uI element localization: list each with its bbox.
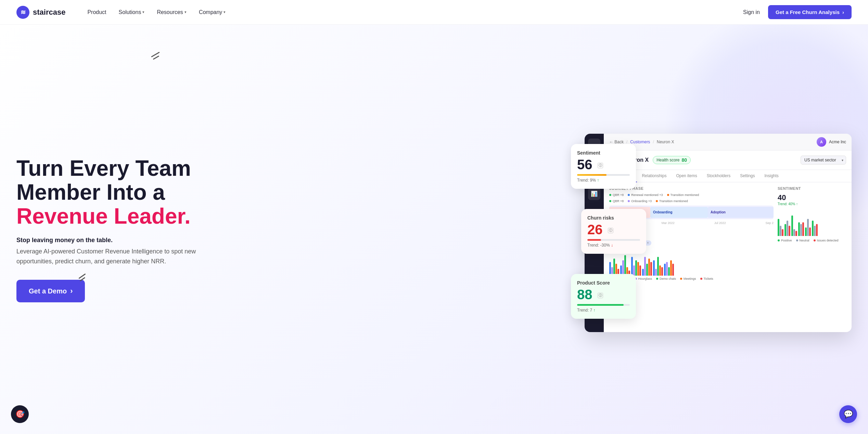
sentiment-section-value: 40 [778,193,846,202]
product-progress [577,304,630,306]
deco-lines-left [78,274,86,282]
info-icon: ⓘ [598,163,603,168]
legend-meetings: Meetings [680,277,696,280]
chart-group-1 [609,259,619,276]
hero-title: Turn Every Team Member Into a Revenue Le… [16,156,211,228]
chat-widget[interactable]: 💬 [839,405,857,423]
chevron-down-icon: ▾ [224,10,226,14]
chart-group-4 [642,257,652,276]
sentiment-section-trend: Trend: 40% ↑ [778,202,846,206]
legend-renewal: Renewal mentioned +3 [628,193,663,197]
sent-group-6 [812,221,818,236]
card-product: Product Score 88 ⓘ Trend: 7 ↑ [571,274,636,319]
sent-group-4 [798,222,804,236]
topbar-right: A Acme Inc [817,137,846,147]
nav-item-resources[interactable]: Resources ▾ [151,6,192,18]
hero-left: Turn Every Team Member Into a Revenue Le… [16,156,222,303]
hero-right: Sentiment 56 ⓘ Trend: 9% ↑ Churn risks 2… [222,127,852,332]
tab-open-items[interactable]: Open items [671,170,702,182]
tab-stockholders[interactable]: Stockholders [702,170,735,182]
legend-tickets: Tickets [700,277,713,280]
churn-value: 26 ⓘ [587,222,640,237]
chat-icon: 💬 [844,410,853,419]
demo-button[interactable]: Get a Demo › [16,280,85,302]
phase-onboarding: Onboarding [650,207,708,218]
chevron-down-icon: ▾ [184,10,187,14]
hero-body: Leverage AI-powered Customer Revenue Int… [16,247,211,266]
hero-section: Turn Every Team Member Into a Revenue Le… [0,25,868,434]
legend-positive: Positive [778,239,792,242]
nav-item-company[interactable]: Company ▾ [193,6,231,18]
legend-issues: Issues detected [814,239,839,242]
sidebar-icon-chart[interactable]: 📊 [588,188,600,200]
legend-transition2: Transition mentioned [656,199,688,203]
legend-qbr: QBR +8 [609,193,624,197]
nav-right: Sign in Get a Free Churn Analysis › [743,5,852,19]
legend-neutral: Neutral [796,239,809,242]
info-icon: ⓘ [598,293,603,298]
user-name: Acme Inc [829,140,846,144]
sent-group-5 [805,219,811,236]
legend-onboarding: Onboarding +3 [628,199,652,203]
product-trend: Trend: 7 ↑ [577,308,630,313]
logo-link[interactable]: ≋ staircase [16,6,65,19]
tab-insights[interactable]: Insights [760,170,783,182]
tab-settings[interactable]: Settings [735,170,760,182]
nav-links: Product Solutions ▾ Resources ▾ Company … [82,6,743,18]
legend-transition1: Transition mentioned [667,193,699,197]
chart-group-3 [631,257,641,276]
sentiment-chart [778,209,846,236]
sent-group-3 [791,215,797,236]
info-icon: ⓘ [608,228,613,233]
legend-row-2: QBR +8 Onboarding +3 Transition mentione… [609,199,774,203]
legend-hourglass: Hourglass [635,277,652,280]
cta-button[interactable]: Get a Free Churn Analysis › [768,5,852,19]
tab-relationships[interactable]: Relationships [637,170,671,182]
sent-group-1 [778,219,783,236]
legend-demo-chats: Demo chats [656,277,676,280]
hero-subtitle: Stop leaving money on the table. [16,237,211,244]
dash-tabs: Overview Relationships Open items Stockh… [604,170,852,182]
health-score-badge: Health score 80 [653,156,691,164]
target-icon: 🎯 [15,410,25,419]
dash-header: ⚡ Neuron X Health score 80 US market sec… [604,150,852,170]
nav-item-solutions[interactable]: Solutions ▾ [113,6,150,18]
churn-trend: Trend: -30% ↓ [587,243,640,248]
product-score-value: 88 ⓘ [577,287,630,302]
churn-progress [587,239,640,241]
dash-topbar: ← Back / Customers / Neuron X A Acme Inc [604,134,852,150]
dash-body: Journey Phase QBR +8 Renewal mentioned +… [604,182,852,332]
sentiment-section: Sentiment 40 Trend: 40% ↑ [778,186,846,332]
navbar: ≋ staircase Product Solutions ▾ Resource… [0,0,868,25]
sentiment-value: 56 ⓘ [577,157,630,172]
logo-icon: ≋ [16,6,29,19]
card-sentiment: Sentiment 56 ⓘ Trend: 9% ↑ [571,144,636,189]
sign-in-link[interactable]: Sign in [743,9,760,15]
sentiment-trend: Trend: 9% ↑ [577,178,630,183]
deco-lines-right [151,52,160,60]
breadcrumb-current: Neuron X [657,140,674,144]
chart-group-2 [620,255,630,276]
sent-group-2 [784,221,790,236]
chart-group-6 [664,260,674,276]
sentiment-legend: Positive Neutral Issues detected [778,239,846,242]
dashboard-mockup: Sentiment 56 ⓘ Trend: 9% ↑ Churn risks 2… [571,127,852,332]
market-sector-select[interactable]: US market sector [801,156,846,165]
bottom-left-icon[interactable]: 🎯 [11,405,29,423]
nav-item-product[interactable]: Product [82,6,112,18]
market-sector-wrapper: US market sector [801,156,846,165]
phase-adoption: Adoption [708,207,774,218]
sentiment-progress [577,174,630,176]
avatar: A [817,137,826,147]
sentiment-section-label: Sentiment [778,186,846,190]
chart-group-5 [653,257,663,276]
back-link[interactable]: ← Back [609,140,624,144]
legend-row-1: QBR +8 Renewal mentioned +3 Transition m… [609,193,774,197]
legend-qbr2: QBR +8 [609,199,624,203]
chevron-down-icon: ▾ [142,10,144,14]
logo-text: staircase [33,8,65,17]
breadcrumb-customers[interactable]: Customers [630,140,650,144]
card-churn: Churn risks 26 ⓘ Trend: -30% ↓ [581,209,646,254]
